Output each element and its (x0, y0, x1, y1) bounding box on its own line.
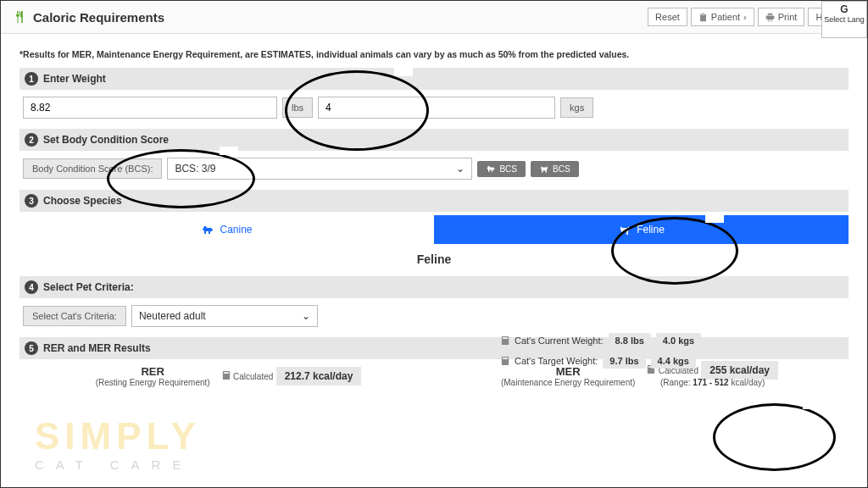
weight-lbs-input[interactable] (23, 97, 277, 119)
species-feline-option[interactable]: Feline (434, 215, 849, 244)
patient-button[interactable]: Patient › (691, 8, 754, 26)
rer-value: 212.7 kcal/day (276, 367, 362, 385)
calculator-icon (501, 357, 509, 365)
step-number: 4 (25, 280, 38, 294)
kgs-unit-label: kgs (560, 97, 593, 118)
step-title: Set Body Condition Score (43, 134, 169, 146)
step-number: 1 (25, 72, 38, 86)
svg-rect-1 (224, 372, 229, 374)
step-3-header: 3 Choose Species (19, 190, 849, 212)
bcs-value: BCS: 3/9 (175, 163, 215, 175)
step-1-header: 1 Enter Weight (19, 68, 849, 90)
step-number: 5 (25, 341, 38, 355)
target-weight-lbs: 9.7 lbs (603, 353, 645, 369)
google-g-icon: G (822, 3, 866, 15)
weight-summary: Cat's Current Weight: 8.8 lbs 4.0 kgs Ca… (501, 333, 701, 374)
rer-result: RER (Resting Energy Requirement) Calcula… (23, 364, 434, 387)
mer-subtitle: (Maintenance Energy Requirement) (501, 378, 635, 387)
dog-icon (201, 224, 214, 236)
calculator-icon (222, 371, 231, 380)
dog-icon (486, 164, 496, 173)
selected-species-label: Feline (19, 244, 849, 273)
cat-icon (539, 164, 549, 173)
step-title: RER and MER Results (43, 342, 151, 354)
clipboard-icon (698, 13, 708, 22)
svg-rect-5 (503, 337, 508, 339)
target-weight-kgs: 4.4 kgs (651, 353, 696, 369)
step-title: Select Pet Criteria: (43, 281, 134, 293)
mer-value: 255 kcal/day (701, 361, 778, 380)
step-number: 3 (25, 194, 38, 208)
reset-button[interactable]: Reset (648, 8, 687, 26)
top-bar: Caloric Requirements Reset Patient › Pri… (1, 1, 867, 34)
current-weight-kgs: 4.0 kgs (656, 333, 701, 348)
criteria-value: Neutered adult (139, 310, 206, 322)
chevron-down-icon: ⌄ (302, 310, 310, 322)
target-weight-label: Cat's Target Weight: (515, 356, 598, 366)
current-weight-label: Cat's Current Weight: (515, 336, 604, 346)
rer-calc-label: Calculated (233, 372, 273, 381)
annotation-circle (713, 403, 836, 471)
lbs-unit-label: lbs (282, 97, 313, 118)
page-title: Caloric Requirements (33, 10, 164, 25)
step-title: Choose Species (43, 195, 122, 207)
step-4-header: 4 Select Pet Criteria: (19, 276, 849, 298)
step-number: 2 (25, 133, 38, 147)
cat-icon (618, 224, 632, 236)
rer-title: RER (96, 365, 210, 378)
svg-rect-7 (503, 358, 508, 359)
calculator-icon (501, 336, 509, 345)
criteria-select[interactable]: Neutered adult ⌄ (131, 305, 318, 327)
language-selector[interactable]: G Select Lang (821, 1, 867, 38)
disclaimer-text: *Results for MER, Maintenance Energy Req… (19, 49, 849, 59)
step-2-header: 2 Set Body Condition Score (19, 129, 849, 151)
print-icon (765, 13, 775, 22)
bcs-cat-button[interactable]: BCS (531, 161, 579, 177)
species-canine-option[interactable]: Canine (19, 215, 434, 244)
criteria-field-label: Select Cat's Criteria: (23, 306, 126, 326)
watermark: SIMPLY CAT CARE (35, 415, 201, 472)
chevron-right-icon: › (743, 12, 747, 22)
rer-subtitle: (Resting Energy Requirement) (96, 378, 210, 387)
current-weight-lbs: 8.8 lbs (609, 333, 651, 348)
main-content: *Results for MER, Maintenance Energy Req… (1, 34, 867, 387)
mer-range: (Range: 171 - 512 kcal/day) (647, 378, 778, 387)
bcs-select[interactable]: BCS: 3/9 ⌄ (167, 158, 472, 180)
fork-knife-icon (13, 10, 26, 24)
bcs-field-label: Body Condition Score (BCS): (23, 158, 162, 179)
step-5-header: 5 RER and MER Results (19, 337, 849, 359)
step-title: Enter Weight (43, 73, 106, 85)
language-label: Select Lang (822, 15, 866, 24)
weight-kgs-input[interactable] (318, 97, 555, 119)
print-button[interactable]: Print (758, 8, 805, 26)
chevron-down-icon: ⌄ (456, 163, 465, 175)
bcs-dog-button[interactable]: BCS (477, 161, 526, 177)
